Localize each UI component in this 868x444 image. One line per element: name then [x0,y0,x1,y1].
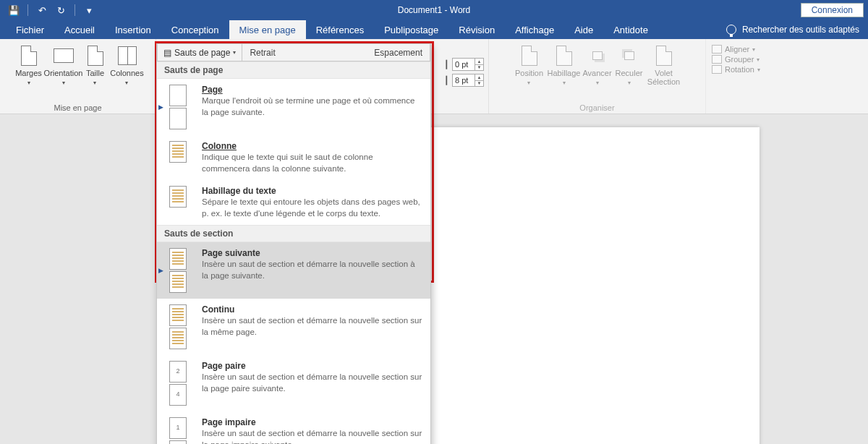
position-icon [522,46,537,66]
tab-references[interactable]: Références [306,20,374,39]
page-break-icon-2 [169,108,187,129]
menu-section-section-breaks: Sauts de section [157,225,430,242]
group-align: Aligner ▾ Grouper ▾ Rotation ▾ [706,39,778,114]
group-mise-en-page: Marges▾ Orientation▾ Taille▾ Colonnes▾ M… [0,39,156,114]
text-wrap-break-icon [169,186,187,208]
odd-page-icon [169,417,187,439]
tab-insertion[interactable]: Insertion [105,20,161,39]
retrait-label: Retrait [242,48,367,58]
menu-item-page-impaire[interactable]: Page impaireInsère un saut de section et… [157,411,430,444]
column-break-icon [169,141,187,163]
next-page-icon-2 [169,271,187,293]
title-bar: 💾 ↶ ↻ ▾ Document1 - Word Connexion [0,0,868,20]
dropdown-header: ▤ Sauts de page ▾ Retrait Espacement [157,44,430,61]
wrap-icon [556,46,572,66]
position-button[interactable]: Position▾ [512,42,547,87]
bring-forward-icon [592,51,603,60]
breaks-button[interactable]: ▤ Sauts de page ▾ [158,44,242,61]
ribbon: Marges▾ Orientation▾ Taille▾ Colonnes▾ M… [0,39,868,114]
group-organiser: Position▾ Habillage▾ Avancer▾ Reculer▾ V… [489,39,706,114]
tab-revision[interactable]: Révision [448,20,505,39]
reculer-button[interactable]: Reculer▾ [613,42,645,87]
menu-item-habillage[interactable]: Habillage du texteSépare le texte qui en… [157,180,430,225]
marges-button[interactable]: Marges▾ [12,42,46,87]
tab-publipostage[interactable]: Publipostage [374,20,448,39]
lightbulb-icon [726,25,736,35]
menu-item-page-paire[interactable]: Page paireInsère un saut de section et d… [157,355,430,411]
rotation-button[interactable]: Rotation ▾ [712,65,760,74]
ribbon-tabs: Fichier Accueil Insertion Conception Mis… [0,20,868,39]
continuous-icon-2 [169,328,187,349]
tab-aide[interactable]: Aide [564,20,603,39]
menu-item-page[interactable]: ▶ PageMarque l'endroit où se termine une… [157,79,430,135]
tab-conception[interactable]: Conception [161,20,229,39]
undo-button[interactable]: ↶ [34,2,50,18]
columns-icon [118,46,137,65]
selection-pane-icon [656,46,672,66]
orientation-icon [54,48,74,63]
menu-item-continu[interactable]: ContinuInsère un saut de section et déma… [157,299,430,355]
volet-selection-button[interactable]: Volet Sélection [645,42,683,87]
margins-icon [21,46,37,66]
group-icon [712,55,722,64]
qat-customize[interactable]: ▾ [81,2,97,18]
tab-antidote[interactable]: Antidote [603,20,658,39]
taille-button[interactable]: Taille▾ [81,42,110,87]
breaks-dropdown: ▤ Sauts de page ▾ Retrait Espacement Sau… [156,43,431,444]
even-page-icon [169,361,187,383]
even-page-icon-2 [169,384,187,406]
next-page-icon [169,248,187,270]
align-icon [712,45,722,54]
odd-page-icon-2 [169,440,187,444]
tab-affichage[interactable]: Affichage [505,20,564,39]
orientation-button[interactable]: Orientation▾ [46,42,81,87]
espacement-label: Espacement [367,48,430,58]
grouper-button[interactable]: Grouper ▾ [712,55,760,64]
page-break-icon [169,85,187,106]
breaks-icon: ▤ [163,48,171,58]
size-icon [88,46,103,66]
tell-me[interactable]: Rechercher des outils adaptés [726,20,868,39]
tell-me-label: Rechercher des outils adaptés [742,25,859,35]
group-label-organiser: Organiser [489,103,705,112]
quick-access-toolbar: 💾 ↶ ↻ ▾ [0,2,97,18]
aligner-button[interactable]: Aligner ▾ [712,45,760,54]
redo-button[interactable]: ↻ [53,2,69,18]
spacing-after-input[interactable]: 8 pt ▲▼ [452,74,484,87]
habillage-button[interactable]: Habillage▾ [547,42,582,87]
tab-mise-en-page[interactable]: Mise en page [229,20,306,39]
tab-accueil[interactable]: Accueil [54,20,105,39]
menu-item-colonne[interactable]: ColonneIndique que le texte qui suit le … [157,135,430,180]
avancer-button[interactable]: Avancer▾ [582,42,613,87]
signin-button[interactable]: Connexion [801,3,864,17]
continuous-icon [169,304,187,326]
group-label: Mise en page [0,103,156,112]
rotate-icon [712,65,722,74]
spacing-before-input[interactable]: 0 pt ▲▼ [452,58,484,71]
save-button[interactable]: 💾 [6,2,22,18]
menu-item-page-suivante[interactable]: ▶ Page suivanteInsère un saut de section… [157,242,430,299]
window-title: Document1 - Word [398,5,470,15]
colonnes-button[interactable]: Colonnes▾ [110,42,145,87]
menu-section-page-breaks: Sauts de page [157,61,430,79]
document-area[interactable] [0,114,868,444]
send-backward-icon [624,51,634,60]
tab-fichier[interactable]: Fichier [6,20,54,39]
